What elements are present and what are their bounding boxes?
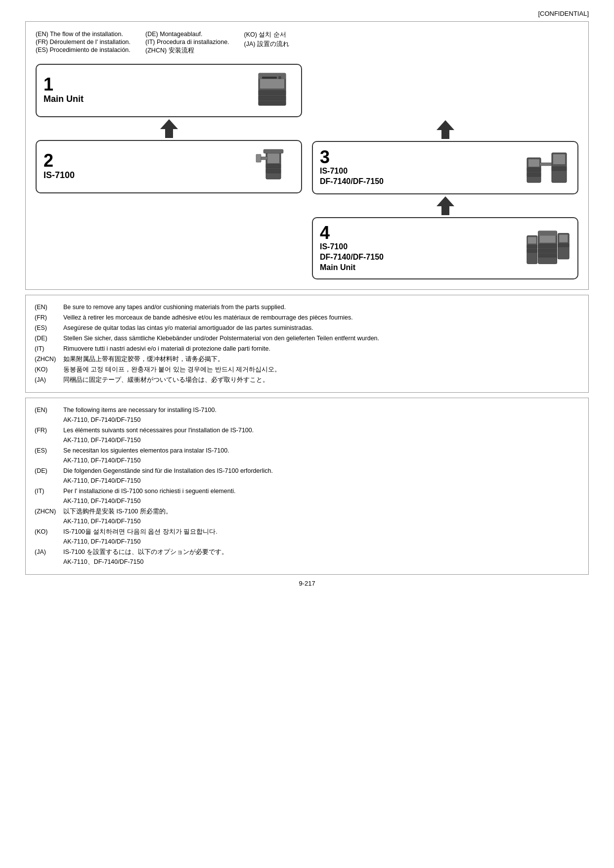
info-lang-label: (DE) xyxy=(35,333,60,343)
lang-de: (DE) Montageablauf. xyxy=(145,31,229,38)
flow-right: 3 IS-7100 DF-7140/DF-7150 xyxy=(312,64,578,279)
confidential-label: [CONFIDENTIAL] xyxy=(25,10,589,17)
info-lang-label: (IT) xyxy=(35,486,60,506)
info2-line: (KO)IS-7100을 설치하려면 다음의 옵션 장치가 필요합니다.AK-7… xyxy=(35,527,579,547)
info-lang-label: (ES) xyxy=(35,323,60,333)
info-text: Asegúrese de quitar todas las cintas y/o… xyxy=(63,323,579,333)
step-4-name-line3: Main Unit xyxy=(320,263,384,273)
svg-rect-23 xyxy=(553,154,565,164)
info2-subtext: AK-7110, DF-7140/DF-7150 xyxy=(63,416,140,423)
lang-col-1: (EN) The flow of the installation. (FR) … xyxy=(36,31,131,55)
info2-subtext: AK-7110, DF-7140/DF-7150 xyxy=(63,518,140,525)
info1-line: (FR)Veillez à retirer les morceaux de ba… xyxy=(35,313,579,322)
info2-text: 以下选购件是安装 IS-7100 所必需的。AK-7110, DF-7140/D… xyxy=(63,506,579,526)
info-lang-label: (ZHCN) xyxy=(35,506,60,526)
svg-rect-14 xyxy=(266,169,281,173)
info1-line: (EN)Be sure to remove any tapes and/or c… xyxy=(35,302,579,312)
step-1-image xyxy=(250,71,294,110)
info2-text: IS-7100을 설치하려면 다음의 옵션 장치가 필요합니다.AK-7110,… xyxy=(63,527,579,547)
info2-line: (DE)Die folgenden Gegenstände sind für d… xyxy=(35,466,579,486)
info-lang-label: (EN) xyxy=(35,405,60,425)
lang-ko: (KO) 설치 순서 xyxy=(244,31,289,39)
lang-it: (IT) Procedura di installazione. xyxy=(145,39,229,46)
info2-subtext: AK-7110, DF-7140/DF-7150 xyxy=(63,538,140,545)
info2-line: (JA)IS-7100 を設置するには、以下のオプションが必要です。AK-711… xyxy=(35,547,579,567)
step-4-box: 4 IS-7100 DF-7140/DF-7150 Main Unit xyxy=(312,217,578,279)
info-text: Rimuovere tutti i nastri adesivi e/o i m… xyxy=(63,344,579,354)
info2-line: (ZHCN)以下选购件是安装 IS-7100 所必需的。AK-7110, DF-… xyxy=(35,506,579,526)
step-2-number: 2 xyxy=(44,152,75,170)
info2-line: (ES)Se necesitan los siguientes elemento… xyxy=(35,446,579,465)
info-text: 如果附属品上带有固定胶带，缓冲材料时，请务必揭下。 xyxy=(63,354,579,364)
printer-main-svg xyxy=(251,71,293,110)
svg-rect-5 xyxy=(259,101,286,105)
is7100-svg xyxy=(251,147,293,186)
main-content-box: (EN) The flow of the installation. (FR) … xyxy=(25,21,589,290)
info2-text: Les éléments suivants sont nécessaires p… xyxy=(63,425,579,445)
lang-ja: (JA) 設置の流れ xyxy=(244,40,289,48)
lang-es: (ES) Procedimiento de instalación. xyxy=(36,46,131,53)
step-3-name-line2: DF-7140/DF-7150 xyxy=(320,177,384,187)
info-lang-label: (DE) xyxy=(35,466,60,486)
step-2-box: 2 IS-7100 xyxy=(36,140,302,193)
svg-rect-30 xyxy=(527,249,537,253)
arrow-down-2 xyxy=(436,120,455,139)
step-1-label: 1 Main Unit xyxy=(44,76,84,105)
svg-rect-21 xyxy=(527,173,541,177)
info2-subtext: AK-7110, DF-7140/DF-7150 xyxy=(63,498,140,504)
step-4-label: 4 IS-7100 DF-7140/DF-7150 Main Unit xyxy=(320,224,384,273)
step-4-number: 4 xyxy=(320,224,384,242)
info2-content: (EN)The following items are necessary fo… xyxy=(35,405,579,567)
svg-point-8 xyxy=(278,76,281,79)
svg-rect-19 xyxy=(528,159,539,167)
info-lang-label: (FR) xyxy=(35,313,60,322)
lang-col-3: (KO) 설치 순서 (JA) 設置の流れ xyxy=(244,31,289,55)
svg-rect-29 xyxy=(527,245,537,248)
info-text: Stellen Sie sicher, dass sämtliche Klebe… xyxy=(63,333,579,343)
step-2-image xyxy=(250,147,294,186)
svg-rect-38 xyxy=(558,243,569,247)
step-4-name-line2: DF-7140/DF-7150 xyxy=(320,252,384,263)
step-2-name: IS-7100 xyxy=(44,170,75,181)
svg-rect-20 xyxy=(527,168,541,172)
info-lang-label: (KO) xyxy=(35,527,60,547)
info2-line: (FR)Les éléments suivants sont nécessair… xyxy=(35,425,579,445)
info-lang-label: (IT) xyxy=(35,344,60,354)
step-3-label: 3 IS-7100 DF-7140/DF-7150 xyxy=(320,148,384,187)
info-text: Veillez à retirer les morceaux de bande … xyxy=(63,313,579,322)
info2-text: IS-7100 を設置するには、以下のオプションが必要です。AK-7110、DF… xyxy=(63,547,579,567)
info1-line: (DE)Stellen Sie sicher, dass sämtliche K… xyxy=(35,333,579,343)
step-4-image xyxy=(526,228,570,268)
info2-subtext: AK-7110, DF-7140/DF-7150 xyxy=(63,477,140,484)
arrow-down-3 xyxy=(436,196,455,215)
lang-en: (EN) The flow of the installation. xyxy=(36,31,131,38)
combined-svg xyxy=(526,148,570,187)
info2-text: Die folgenden Gegenstände sind für die I… xyxy=(63,466,579,486)
right-spacer xyxy=(312,64,578,118)
language-header: (EN) The flow of the installation. (FR) … xyxy=(36,31,578,55)
info2-line: (EN)The following items are necessary fo… xyxy=(35,405,579,425)
full-assembly-svg xyxy=(526,228,570,270)
svg-rect-34 xyxy=(538,249,557,253)
step-1-name: Main Unit xyxy=(44,93,84,105)
flow-diagram: 1 Main Unit xyxy=(36,64,578,279)
lang-fr: (FR) Déroulement de l' installation. xyxy=(36,39,131,46)
svg-marker-26 xyxy=(437,196,454,215)
svg-rect-12 xyxy=(263,149,283,153)
step-1-box: 1 Main Unit xyxy=(36,64,302,117)
step-1-number: 1 xyxy=(44,76,84,93)
svg-rect-11 xyxy=(267,153,279,163)
lang-zhcn: (ZHCN) 安装流程 xyxy=(145,46,229,55)
info2-subtext: AK-7110, DF-7140/DF-7150 xyxy=(63,457,140,464)
flow-left: 1 Main Unit xyxy=(36,64,302,279)
lang-col-2: (DE) Montageablauf. (IT) Procedura di in… xyxy=(145,31,229,55)
step-2-label: 2 IS-7100 xyxy=(44,152,75,181)
info-lang-label: (EN) xyxy=(35,302,60,312)
info1-line: (ZHCN)如果附属品上带有固定胶带，缓冲材料时，请务必揭下。 xyxy=(35,354,579,364)
info1-line: (IT)Rimuovere tutti i nastri adesivi e/o… xyxy=(35,344,579,354)
svg-rect-13 xyxy=(266,164,281,168)
info-text: 同梱品に固定テープ、緩衝材がついている場合は、必ず取り外すこと。 xyxy=(63,375,579,385)
svg-rect-24 xyxy=(552,167,567,171)
svg-rect-35 xyxy=(538,253,557,257)
info-section-1: (EN)Be sure to remove any tapes and/or c… xyxy=(25,295,589,393)
